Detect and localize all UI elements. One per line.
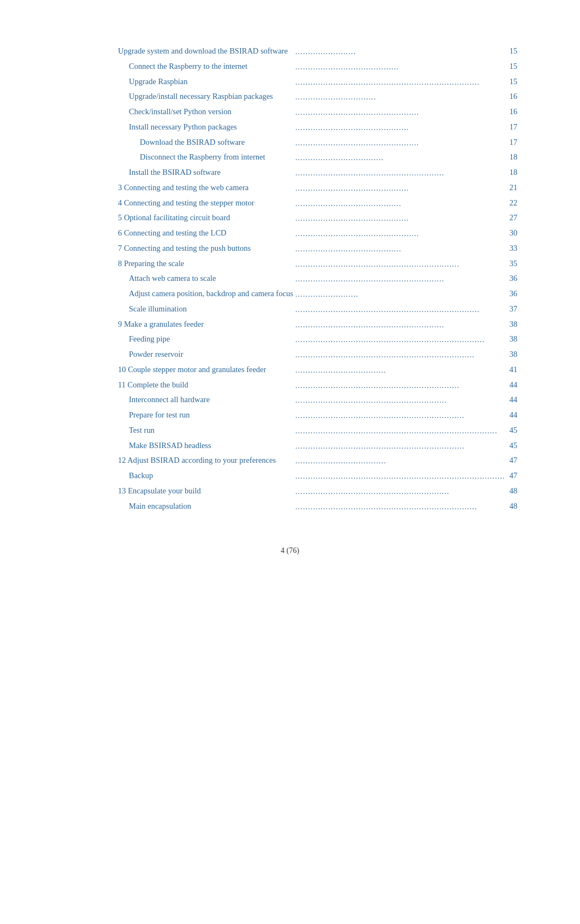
toc-page-number: 35: [505, 256, 518, 272]
toc-page-number: 48: [505, 484, 518, 499]
toc-row[interactable]: Upgrade Raspbian........................…: [118, 74, 517, 90]
toc-dots: ........................................…: [295, 499, 505, 514]
toc-page-number: 36: [505, 286, 518, 302]
toc-title: Install the BSIRAD software: [118, 165, 295, 180]
toc-page-number: 47: [505, 468, 518, 484]
toc-row[interactable]: 11 Complete the build...................…: [118, 378, 517, 393]
toc-row[interactable]: 12 Adjust BSIRAD according to your prefe…: [118, 453, 517, 468]
toc-dots: ........................................…: [295, 210, 505, 226]
toc-dots: ................................: [295, 89, 505, 104]
toc-page-number: 21: [505, 180, 518, 196]
toc-row[interactable]: Download the BSIRAD software............…: [118, 135, 517, 150]
toc-row[interactable]: Attach web camera to scale..............…: [118, 271, 517, 286]
toc-row[interactable]: Check/install/set Python version........…: [118, 104, 517, 120]
toc-row[interactable]: Feeding pipe............................…: [118, 332, 517, 347]
toc-row[interactable]: 9 Make a granulates feeder..............…: [118, 317, 517, 332]
toc-page-number: 27: [505, 210, 518, 226]
toc-page-number: 15: [505, 74, 518, 90]
toc-dots: ........................................…: [295, 408, 505, 423]
toc-title: Upgrade system and download the BSIRAD s…: [118, 44, 295, 59]
toc-title: Scale illumination: [118, 302, 295, 317]
toc-dots: ........................................…: [295, 196, 505, 211]
toc-row[interactable]: Backup..................................…: [118, 468, 517, 484]
toc-dots: ........................................…: [295, 120, 505, 135]
toc-row[interactable]: Install necessary Python packages.......…: [118, 120, 517, 135]
toc-row[interactable]: 3 Connecting and testing the web camera.…: [118, 180, 517, 196]
toc-title: 12 Adjust BSIRAD according to your prefe…: [118, 453, 295, 468]
toc-title: Check/install/set Python version: [118, 104, 295, 120]
toc-page-number: 45: [505, 438, 518, 454]
toc-title: Connect the Raspberry to the internet: [118, 59, 295, 74]
toc-title: 11 Complete the build: [118, 378, 295, 393]
toc-title: 13 Encapsulate your build: [118, 484, 295, 499]
toc-page-number: 44: [505, 378, 518, 393]
toc-page-number: 30: [505, 226, 518, 241]
toc-row[interactable]: Prepare for test run....................…: [118, 408, 517, 423]
toc-title: Prepare for test run: [118, 408, 295, 423]
toc-page-number: 15: [505, 59, 518, 74]
toc-dots: ........................................…: [295, 241, 505, 256]
toc-page-number: 44: [505, 392, 518, 408]
toc-title: Powder reservoir: [118, 347, 295, 362]
toc-title: Interconnect all hardware: [118, 392, 295, 408]
toc-page-number: 38: [505, 332, 518, 347]
toc-title: 10 Couple stepper motor and granulates f…: [118, 362, 295, 378]
toc-row[interactable]: 5 Optional facilitating circuit board...…: [118, 210, 517, 226]
toc-row[interactable]: Install the BSIRAD software.............…: [118, 165, 517, 180]
toc-dots: ....................................: [295, 362, 505, 378]
toc-row[interactable]: Connect the Raspberry to the internet...…: [118, 59, 517, 74]
toc-row[interactable]: Interconnect all hardware...............…: [118, 392, 517, 408]
toc-row[interactable]: Adjust camera position, backdrop and cam…: [118, 286, 517, 302]
toc-dots: ........................................…: [295, 332, 505, 347]
toc-title: Test run: [118, 423, 295, 438]
toc-page-number: 37: [505, 302, 518, 317]
toc-title: Main encapsulation: [118, 499, 295, 514]
toc-page-number: 36: [505, 271, 518, 286]
toc-row[interactable]: Make BSIRSAD headless...................…: [118, 438, 517, 454]
toc-page-number: 33: [505, 241, 518, 256]
toc-row[interactable]: Test run................................…: [118, 423, 517, 438]
toc-page-number: 16: [505, 104, 518, 120]
toc-dots: ........................................…: [295, 271, 505, 286]
toc-dots: ........................................…: [295, 423, 505, 438]
toc-table: Upgrade system and download the BSIRAD s…: [118, 44, 517, 514]
toc-row[interactable]: Upgrade system and download the BSIRAD s…: [118, 44, 517, 59]
page: Upgrade system and download the BSIRAD s…: [85, 0, 495, 924]
toc-title: 4 Connecting and testing the stepper mot…: [118, 196, 295, 211]
toc-page-number: 41: [505, 362, 518, 378]
toc-dots: ........................................…: [295, 180, 505, 196]
toc-dots: ........................................…: [295, 226, 505, 241]
toc-title: Adjust camera position, backdrop and cam…: [118, 286, 295, 302]
toc-row[interactable]: 8 Preparing the scale...................…: [118, 256, 517, 272]
toc-title: Attach web camera to scale: [118, 271, 295, 286]
toc-row[interactable]: Upgrade/install necessary Raspbian packa…: [118, 89, 517, 104]
toc-row[interactable]: 13 Encapsulate your build...............…: [118, 484, 517, 499]
toc-row[interactable]: Main encapsulation......................…: [118, 499, 517, 514]
toc-dots: ........................................…: [295, 438, 505, 454]
toc-row[interactable]: 6 Connecting and testing the LCD........…: [118, 226, 517, 241]
toc-page-number: 16: [505, 89, 518, 104]
toc-title: Disconnect the Raspberry from internet: [118, 150, 295, 165]
toc-row[interactable]: Powder reservoir........................…: [118, 347, 517, 362]
toc-dots: ........................................…: [295, 378, 505, 393]
toc-row[interactable]: 4 Connecting and testing the stepper mot…: [118, 196, 517, 211]
toc-page-number: 17: [505, 120, 518, 135]
toc-dots: ........................................…: [295, 317, 505, 332]
toc-title: Download the BSIRAD software: [118, 135, 295, 150]
toc-title: Upgrade/install necessary Raspbian packa…: [118, 89, 295, 104]
toc-title: 9 Make a granulates feeder: [118, 317, 295, 332]
toc-row[interactable]: Disconnect the Raspberry from internet..…: [118, 150, 517, 165]
toc-dots: ........................................…: [295, 392, 505, 408]
toc-page-number: 38: [505, 347, 518, 362]
toc-page-number: 15: [505, 44, 518, 59]
toc-dots: ........................: [295, 44, 505, 59]
toc-dots: ........................................…: [295, 302, 505, 317]
toc-title: Install necessary Python packages: [118, 120, 295, 135]
toc-row[interactable]: 7 Connecting and testing the push button…: [118, 241, 517, 256]
toc-dots: .........................: [295, 286, 505, 302]
toc-row[interactable]: 10 Couple stepper motor and granulates f…: [118, 362, 517, 378]
toc-dots: ........................................…: [295, 59, 505, 74]
toc-dots: ........................................…: [295, 104, 505, 120]
toc-page-number: 22: [505, 196, 518, 211]
toc-row[interactable]: Scale illumination......................…: [118, 302, 517, 317]
